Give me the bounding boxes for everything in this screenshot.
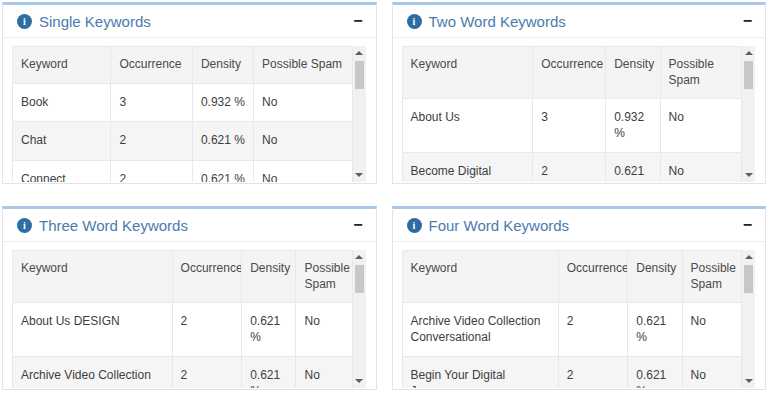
scroll-up-icon[interactable] [353, 251, 366, 263]
cell-density: 0.621 % [242, 303, 296, 357]
cell-possible-spam: No [660, 99, 742, 153]
cell-possible-spam: No [682, 357, 741, 388]
cell-keyword: Chat [13, 122, 111, 161]
cell-density: 0.932 % [192, 83, 253, 122]
table-scroll-viewport: Keyword Occurrence Density Possible Spam… [12, 46, 366, 182]
table-row: About Us DESIGN 2 0.621 % No [13, 303, 353, 357]
cell-possible-spam: No [254, 160, 352, 182]
cell-occurrence: 2 [558, 357, 628, 388]
info-icon[interactable] [17, 218, 32, 233]
info-icon[interactable] [17, 14, 32, 29]
table-row: Chat 2 0.621 % No [13, 122, 353, 161]
vertical-scrollbar[interactable] [742, 250, 755, 388]
col-header-density: Density [242, 251, 296, 303]
vertical-scrollbar[interactable] [742, 46, 755, 182]
col-header-keyword: Keyword [13, 251, 173, 303]
cell-possible-spam: No [682, 303, 741, 357]
scrollbar-thumb[interactable] [355, 265, 364, 293]
table-header-row: Keyword Occurrence Density Possible Spam [13, 251, 353, 303]
cell-keyword: About Us [402, 99, 533, 153]
cell-possible-spam: No [254, 83, 352, 122]
scroll-up-icon[interactable] [742, 251, 755, 263]
cell-keyword: Become Digital [402, 153, 533, 182]
col-header-occurrence: Occurrence [172, 251, 242, 303]
table-scroll-viewport: Keyword Occurrence Density Possible Spam… [402, 250, 756, 388]
info-icon[interactable] [407, 218, 422, 233]
col-header-possible-spam: Possible Spam [296, 251, 352, 303]
cell-keyword: Connect [13, 160, 111, 182]
collapse-button[interactable]: − [743, 217, 752, 233]
cell-occurrence: 2 [172, 357, 242, 388]
cell-keyword: Begin Your Digital Journey [402, 357, 558, 388]
table-row: About Us 3 0.932 % No [402, 99, 742, 153]
cell-density: 0.621 % [606, 153, 660, 182]
scroll-down-icon[interactable] [353, 375, 366, 387]
keywords-table: Keyword Occurrence Density Possible Spam… [12, 46, 353, 182]
vertical-scrollbar[interactable] [353, 250, 366, 388]
panel-title: Single Keywords [39, 13, 151, 30]
cell-occurrence: 2 [533, 153, 606, 182]
scroll-down-icon[interactable] [353, 169, 366, 181]
keyword-panels-grid: Single Keywords − Keyword Occurrence Den… [0, 0, 768, 390]
table-header-row: Keyword Occurrence Density Possible Spam [402, 47, 742, 99]
panel-title: Three Word Keywords [39, 217, 188, 234]
panel-heading: Single Keywords − [3, 5, 376, 38]
col-header-occurrence: Occurrence [558, 251, 628, 303]
table-scroll-viewport: Keyword Occurrence Density Possible Spam… [402, 46, 756, 182]
cell-occurrence: 2 [111, 122, 192, 161]
collapse-button[interactable]: − [743, 13, 752, 29]
col-header-occurrence: Occurrence [533, 47, 606, 99]
scroll-up-icon[interactable] [353, 47, 366, 59]
cell-occurrence: 3 [111, 83, 192, 122]
panel-four-word-keywords: Four Word Keywords − Keyword Occurrence … [392, 206, 767, 390]
scroll-up-icon[interactable] [742, 47, 755, 59]
col-header-keyword: Keyword [402, 47, 533, 99]
scroll-down-icon[interactable] [742, 169, 755, 181]
cell-occurrence: 2 [172, 303, 242, 357]
scrollbar-thumb[interactable] [744, 61, 753, 89]
cell-possible-spam: No [296, 357, 352, 388]
collapse-button[interactable]: − [353, 13, 362, 29]
cell-density: 0.621 % [192, 122, 253, 161]
col-header-possible-spam: Possible Spam [682, 251, 741, 303]
panel-single-keywords: Single Keywords − Keyword Occurrence Den… [2, 2, 377, 184]
panel-body: Keyword Occurrence Density Possible Spam… [3, 38, 376, 182]
table-row: Archive Video Collection 2 0.621 % No [13, 357, 353, 388]
cell-density: 0.621 % [628, 303, 682, 357]
scrollbar-thumb[interactable] [355, 61, 364, 89]
panel-heading: Two Word Keywords − [393, 5, 766, 38]
col-header-possible-spam: Possible Spam [660, 47, 742, 99]
cell-density: 0.621 % [192, 160, 253, 182]
panel-body: Keyword Occurrence Density Possible Spam… [3, 242, 376, 388]
col-header-occurrence: Occurrence [111, 47, 192, 84]
panel-three-word-keywords: Three Word Keywords − Keyword Occurrence… [2, 206, 377, 390]
scrollbar-thumb[interactable] [744, 265, 753, 293]
scroll-down-icon[interactable] [742, 375, 755, 387]
collapse-button[interactable]: − [353, 217, 362, 233]
cell-keyword: About Us DESIGN [13, 303, 173, 357]
cell-keyword: Archive Video Collection [13, 357, 173, 388]
table-row: Become Digital 2 0.621 % No [402, 153, 742, 182]
table-row: Book 3 0.932 % No [13, 83, 353, 122]
info-icon[interactable] [407, 14, 422, 29]
col-header-keyword: Keyword [13, 47, 111, 84]
col-header-density: Density [606, 47, 660, 99]
table-header-row: Keyword Occurrence Density Possible Spam [402, 251, 742, 303]
cell-density: 0.621 % [242, 357, 296, 388]
table-row: Connect 2 0.621 % No [13, 160, 353, 182]
col-header-keyword: Keyword [402, 251, 558, 303]
cell-possible-spam: No [296, 303, 352, 357]
cell-occurrence: 3 [533, 99, 606, 153]
panel-title: Two Word Keywords [429, 13, 566, 30]
cell-density: 0.932 % [606, 99, 660, 153]
cell-possible-spam: No [660, 153, 742, 182]
cell-possible-spam: No [254, 122, 352, 161]
table-row: Begin Your Digital Journey 2 0.621 % No [402, 357, 742, 388]
vertical-scrollbar[interactable] [353, 46, 366, 182]
keywords-table: Keyword Occurrence Density Possible Spam… [12, 250, 353, 388]
cell-occurrence: 2 [111, 160, 192, 182]
panel-title: Four Word Keywords [429, 217, 570, 234]
panel-heading: Four Word Keywords − [393, 209, 766, 242]
col-header-density: Density [628, 251, 682, 303]
keywords-table: Keyword Occurrence Density Possible Spam… [402, 250, 743, 388]
